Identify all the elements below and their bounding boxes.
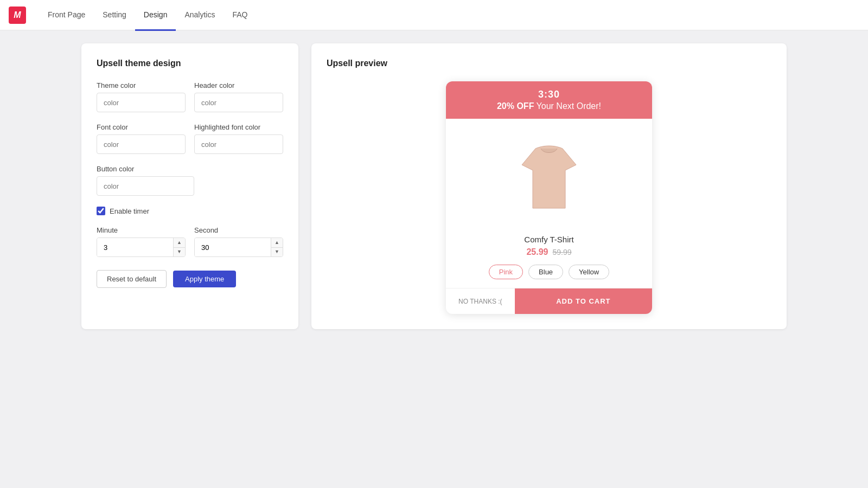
widget-footer: NO THANKS :( ADD TO CART [446,288,652,314]
add-to-cart-button[interactable]: ADD TO CART [515,288,652,314]
timer-values-row: Minute ▲ ▼ Second ▲ ▼ [97,226,283,257]
theme-color-group: Theme color [97,81,186,112]
nav-item-analytics[interactable]: Analytics [176,1,224,31]
second-group: Second ▲ ▼ [194,226,283,257]
price-old: 59.99 [553,248,572,256]
price-row: 25.99 59.99 [457,247,641,257]
widget-discount: 20% OFF Your Next Order! [457,101,641,111]
font-color-group: Font color [97,123,186,154]
variant-row: Pink Blue Yellow [457,265,641,279]
main-content: Upsell theme design Theme color Header c… [0,30,868,342]
minute-group: Minute ▲ ▼ [97,226,186,257]
font-color-label: Font color [97,123,186,131]
button-color-input[interactable] [97,176,194,196]
minute-up-button[interactable]: ▲ [174,238,185,248]
variant-pink[interactable]: Pink [489,265,523,279]
button-color-group: Button color [97,165,283,196]
theme-color-input[interactable] [97,93,186,112]
header-color-input[interactable] [194,93,283,112]
nav-item-setting[interactable]: Setting [94,1,135,31]
second-up-button[interactable]: ▲ [271,238,283,248]
widget-discount-bold: 20% OFF [497,101,534,111]
header-color-label: Header color [194,81,283,89]
minute-down-button[interactable]: ▼ [174,248,185,257]
nav-item-design[interactable]: Design [135,1,176,31]
upsell-preview-area: 3:30 20% OFF Your Next Order! [327,81,771,314]
minute-label: Minute [97,226,186,234]
top-bar: M Front Page Setting Design Analytics FA… [0,0,868,30]
no-thanks-button[interactable]: NO THANKS :( [446,290,515,313]
button-color-label: Button color [97,165,283,173]
design-settings-title: Upsell theme design [97,59,283,68]
reset-button[interactable]: Reset to default [97,270,167,288]
enable-timer-row: Enable timer [97,207,283,215]
highlighted-font-color-label: Highlighted font color [194,123,283,131]
highlighted-font-color-input[interactable] [194,134,283,154]
second-spinner: ▲ ▼ [194,237,283,257]
second-spinner-buttons: ▲ ▼ [271,238,283,256]
widget-body: Comfy T-Shirt 25.99 59.99 Pink Blue Yell… [446,119,652,279]
enable-timer-label: Enable timer [110,207,149,215]
tshirt-svg [506,135,592,222]
logo: M [9,7,26,24]
minute-input[interactable] [97,238,173,256]
apply-theme-button[interactable]: Apply theme [173,271,236,287]
main-nav: Front Page Setting Design Analytics FAQ [39,0,257,30]
minute-spinner: ▲ ▼ [97,237,186,257]
preview-card: Upsell preview 3:30 20% OFF Your Next Or… [311,43,787,329]
variant-blue[interactable]: Blue [528,265,563,279]
minute-spinner-buttons: ▲ ▼ [173,238,185,256]
header-color-group: Header color [194,81,283,112]
design-settings-card: Upsell theme design Theme color Header c… [81,43,298,329]
preview-title: Upsell preview [327,59,771,68]
widget-header: 3:30 20% OFF Your Next Order! [446,81,652,119]
highlighted-font-color-group: Highlighted font color [194,123,283,154]
upsell-widget: 3:30 20% OFF Your Next Order! [446,81,652,314]
nav-item-front-page[interactable]: Front Page [39,1,94,31]
font-color-input[interactable] [97,134,186,154]
second-label: Second [194,226,283,234]
product-name: Comfy T-Shirt [457,235,641,244]
nav-item-faq[interactable]: FAQ [224,1,256,31]
font-color-row: Font color Highlighted font color [97,123,283,154]
second-input[interactable] [195,238,271,256]
variant-yellow[interactable]: Yellow [569,265,609,279]
theme-header-color-row: Theme color Header color [97,81,283,112]
price-new: 25.99 [526,247,548,257]
second-down-button[interactable]: ▼ [271,248,283,257]
enable-timer-checkbox[interactable] [97,207,105,215]
widget-timer: 3:30 [457,89,641,100]
action-buttons-row: Reset to default Apply theme [97,270,283,288]
product-image [500,130,598,227]
theme-color-label: Theme color [97,81,186,89]
